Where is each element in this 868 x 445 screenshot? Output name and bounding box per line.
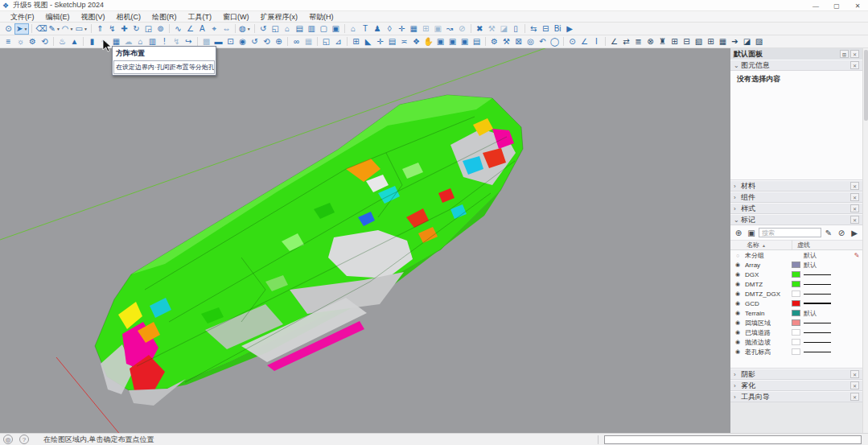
mesh-icon[interactable]: ▦ <box>302 36 315 47</box>
eye-visibility-icon[interactable]: ◉ <box>730 290 745 297</box>
gear-2-icon[interactable]: ⚙ <box>488 36 500 47</box>
tag-row[interactable]: ◉回填区域 <box>730 318 862 328</box>
slope-2-icon[interactable]: ∠ <box>608 36 620 47</box>
material-icon[interactable]: ◪ <box>498 23 510 35</box>
scrollbar-thumb[interactable] <box>864 50 868 121</box>
section-fog[interactable]: › 雾化 ✕ <box>730 380 862 391</box>
tag-dashes[interactable] <box>804 332 862 333</box>
followme-tool-icon[interactable]: ↯ <box>106 23 118 35</box>
section-close-icon[interactable]: ✕ <box>850 193 859 201</box>
list-icon[interactable]: ≡ <box>2 36 14 47</box>
move-tool-icon[interactable]: ✚ <box>118 23 130 35</box>
target-icon[interactable]: ◉ <box>237 36 249 47</box>
shadow-icon[interactable]: ◊ <box>384 23 396 35</box>
eye-visibility-icon[interactable]: ○ <box>730 253 745 258</box>
tags-column-header[interactable]: 名称 ▲ 虚线 <box>730 240 862 250</box>
search-2-icon[interactable]: ⊙ <box>566 36 578 47</box>
dropdown-arrow-icon[interactable]: ▼ <box>23 27 27 31</box>
swap-icon[interactable]: ⇆ <box>528 23 540 35</box>
tag-row[interactable]: ◉老孔标高 <box>730 347 862 356</box>
plus-grid-icon[interactable]: ⊞ <box>350 36 362 47</box>
minimize-button[interactable]: — <box>805 0 826 11</box>
tag-dashes[interactable] <box>804 352 862 352</box>
undo-arc-icon[interactable]: ↶ <box>537 36 549 47</box>
scale-tool-icon[interactable]: ◲ <box>142 23 154 35</box>
tag-color-swatch[interactable] <box>792 348 800 355</box>
section-instructor[interactable]: › 工具向导 ✕ <box>730 391 862 402</box>
dropdown-arrow-icon[interactable]: ▼ <box>247 27 251 31</box>
lamp-icon[interactable]: ♨ <box>56 36 68 47</box>
pencil-icon[interactable]: ✎ <box>823 229 834 237</box>
cross-move-icon[interactable]: ✛ <box>374 36 386 47</box>
cut-icon[interactable]: ✖ <box>474 23 486 35</box>
grid-icon[interactable]: ▦ <box>408 23 420 35</box>
section-components[interactable]: › 组件 ✕ <box>730 192 862 203</box>
offset-tool-icon[interactable]: ⊚ <box>154 23 167 35</box>
menu-extensions[interactable]: 扩展程序(x) <box>255 11 304 23</box>
menu-file[interactable]: 文件(F) <box>5 11 40 23</box>
menu-tools[interactable]: 工具(T) <box>183 11 218 23</box>
eye-visibility-icon[interactable]: ◉ <box>730 339 745 345</box>
eye-visibility-icon[interactable]: ◉ <box>730 319 745 326</box>
tag-row[interactable]: ◉Array默认 <box>730 260 862 270</box>
tag-dashes[interactable] <box>804 303 862 304</box>
clipboard-3-icon[interactable]: ▣ <box>459 36 471 47</box>
clipboard-2-icon[interactable]: ▣ <box>446 36 459 47</box>
tray-pin-icon[interactable]: ⊡ <box>840 50 849 58</box>
image-2-icon[interactable]: ⊞ <box>705 36 717 47</box>
tag-color-swatch[interactable] <box>792 281 800 287</box>
dimension-tool-icon[interactable]: ⇔ <box>220 23 232 35</box>
lock-icon[interactable]: ⊗ <box>644 36 656 47</box>
eye-visibility-icon[interactable]: ◉ <box>730 281 745 287</box>
terrain-icon[interactable]: ▲ <box>68 36 80 47</box>
geolocation-icon[interactable]: ◍ <box>3 435 13 444</box>
section-close-icon[interactable]: ✕ <box>850 393 859 401</box>
tag-row[interactable]: ◉DGX <box>730 270 862 279</box>
line-tool-icon[interactable]: ✎▼ <box>47 23 60 35</box>
bim-icon[interactable]: Bi <box>552 23 564 35</box>
tag-dashes[interactable] <box>804 294 862 295</box>
eraser-tool-icon[interactable]: ⌫ <box>35 23 47 35</box>
play-icon[interactable]: ▶ <box>564 23 576 35</box>
frame-icon[interactable]: ⊡ <box>224 36 237 47</box>
edit-pencil-icon[interactable]: ✎ <box>851 252 862 259</box>
section-entity-info[interactable]: ⌄ 图元信息 ✕ <box>730 60 862 71</box>
tag-dashes[interactable]: 默认 <box>804 261 862 270</box>
close-button[interactable]: ✕ <box>847 0 868 11</box>
maximize-button[interactable]: ▢ <box>826 0 847 11</box>
view-front-icon[interactable]: ▤ <box>294 23 306 35</box>
menu-window[interactable]: 窗口(W) <box>217 11 255 23</box>
tag-row[interactable]: ◉已填道路 <box>730 328 862 337</box>
camera-previous-icon[interactable]: ↺ <box>257 23 269 35</box>
orbit-icon[interactable]: ⟲ <box>261 36 273 47</box>
tag-dashes[interactable]: 默认 <box>804 251 851 260</box>
list-2-icon[interactable]: ≣ <box>632 36 644 47</box>
sandbox-contours-icon[interactable]: ⌂ <box>348 23 360 35</box>
tag-color-swatch[interactable] <box>792 319 800 326</box>
tag-color-swatch[interactable] <box>792 271 800 278</box>
section-plane-icon[interactable]: ✛ <box>396 23 408 35</box>
tag-dashes[interactable] <box>804 274 862 275</box>
hide-rest-icon[interactable]: ⊘ <box>456 23 468 35</box>
layout-icon[interactable]: ⊞ <box>420 23 432 35</box>
match-photo-icon[interactable]: ▣ <box>432 23 444 35</box>
help-circle-icon[interactable]: ◎ <box>525 36 537 47</box>
section-materials[interactable]: › 材料 ✕ <box>730 180 862 192</box>
freehand-icon[interactable]: ↝ <box>444 23 456 35</box>
section-tags[interactable]: ⌄ 标记 ✕ <box>730 214 862 225</box>
crop-icon[interactable]: ◱ <box>320 36 332 47</box>
menu-edit[interactable]: 编辑(E) <box>40 11 76 23</box>
tag-row[interactable]: ◉GCD <box>730 299 862 308</box>
tag-dashes[interactable] <box>804 323 862 323</box>
view-right-icon[interactable]: ▥ <box>306 23 318 35</box>
purge-icon[interactable]: ⊘ <box>836 229 847 237</box>
eye-visibility-icon[interactable]: ◉ <box>730 348 745 355</box>
eye-visibility-icon[interactable]: ◉ <box>730 271 745 278</box>
tag-color-swatch[interactable] <box>792 290 800 297</box>
view-top-icon[interactable]: ⌂ <box>282 23 294 35</box>
add-tag-icon[interactable]: ⊕ <box>733 229 744 237</box>
section-close-icon[interactable]: ✕ <box>850 370 859 378</box>
eye-visibility-icon[interactable]: ◉ <box>730 262 745 268</box>
wrench-icon[interactable]: ⚒ <box>500 36 512 47</box>
file-icon[interactable]: ▯ <box>510 23 522 35</box>
